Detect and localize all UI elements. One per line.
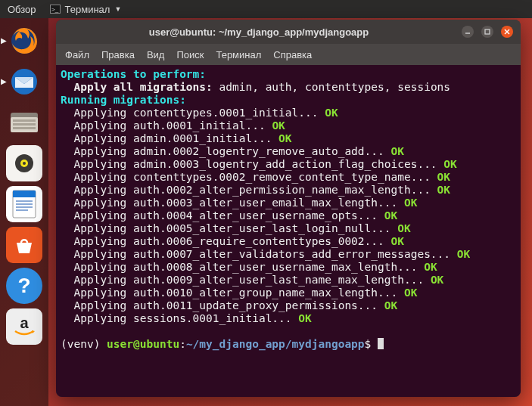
running-indicator: ▶ (1, 77, 7, 85)
launcher-software[interactable] (6, 227, 42, 263)
menubar: Файл Правка Вид Поиск Терминал Справка (56, 44, 521, 65)
svg-rect-18 (485, 29, 490, 34)
menu-file[interactable]: Файл (65, 49, 89, 60)
svg-rect-13 (16, 203, 33, 205)
terminal-output[interactable]: Operations to perform: Apply all migrati… (56, 65, 521, 397)
running-indicator: ▶ (1, 36, 7, 45)
svg-rect-11 (13, 191, 36, 197)
launcher-help[interactable]: ? (6, 268, 42, 304)
minimize-button[interactable] (462, 26, 474, 38)
svg-text:a: a (20, 315, 29, 331)
window-title: user@ubuntu: ~/my_django_app/mydjangoapp (56, 26, 462, 38)
svg-rect-4 (13, 119, 36, 122)
question-icon: ? (17, 274, 30, 298)
cursor (378, 338, 384, 349)
launcher-dock: ▶ ▶ ? a (0, 18, 48, 406)
svg-rect-14 (16, 206, 33, 208)
activities-button[interactable]: Обзор (8, 4, 36, 15)
svg-rect-6 (13, 127, 36, 129)
launcher-writer[interactable] (6, 186, 42, 222)
terminal-icon: >_ (50, 5, 61, 14)
menu-view[interactable]: Вид (147, 49, 165, 60)
window-titlebar[interactable]: user@ubuntu: ~/my_django_app/mydjangoapp (56, 20, 521, 44)
svg-rect-12 (16, 200, 33, 202)
app-menu-terminal[interactable]: >_ Терминал ▼ (50, 4, 122, 15)
top-panel: Обзор >_ Терминал ▼ (0, 0, 532, 18)
svg-point-9 (23, 162, 26, 165)
launcher-firefox[interactable] (6, 23, 42, 59)
svg-rect-5 (13, 123, 36, 126)
launcher-files[interactable] (6, 104, 42, 141)
menu-search[interactable]: Поиск (176, 49, 204, 60)
menu-edit[interactable]: Правка (101, 49, 135, 60)
menu-terminal[interactable]: Терминал (216, 49, 261, 60)
app-menu-label: Терминал (65, 4, 110, 15)
launcher-thunderbird[interactable] (6, 64, 42, 100)
menu-help[interactable]: Справка (273, 49, 312, 60)
launcher-rhythmbox[interactable] (6, 145, 42, 181)
maximize-button[interactable] (481, 26, 493, 38)
terminal-window: user@ubuntu: ~/my_django_app/mydjangoapp… (56, 20, 521, 397)
chevron-down-icon: ▼ (114, 5, 121, 13)
svg-rect-15 (16, 209, 28, 211)
launcher-amazon[interactable]: a (6, 308, 42, 345)
close-button[interactable] (501, 26, 513, 38)
